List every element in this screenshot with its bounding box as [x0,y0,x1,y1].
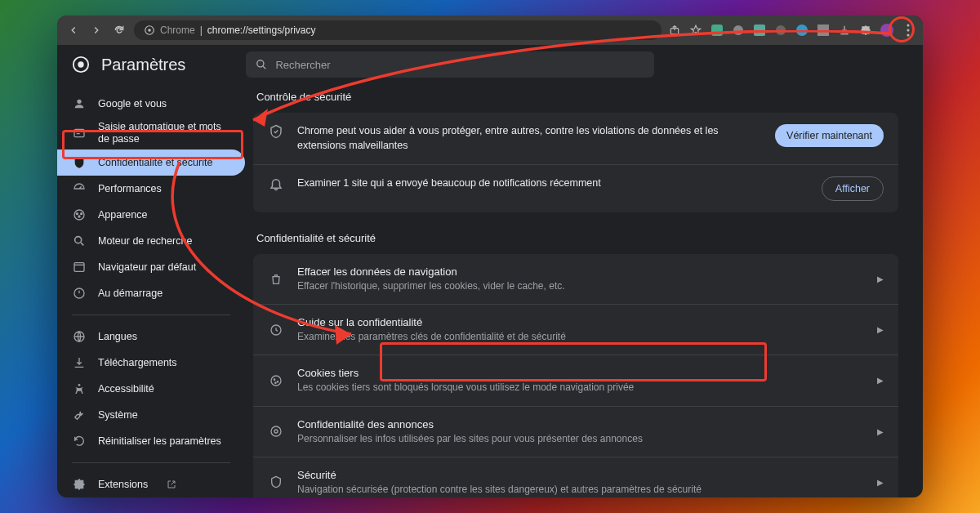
toolbar-right [668,24,915,37]
svg-point-21 [78,216,80,217]
sidebar-item-autofill[interactable]: Saisie automatique et mots de passe [57,117,245,149]
sidebar-item-label: Navigateur par défaut [98,261,196,274]
safety-check-card: Chrome peut vous aider à vous protéger, … [253,113,898,212]
reload-button[interactable] [111,22,127,38]
forward-button[interactable] [88,22,105,38]
safety-row-text: Examiner 1 site qui a envoyé beaucoup de… [297,176,808,191]
svg-point-20 [81,213,82,215]
row-security[interactable]: SécuritéNavigation sécurisée (protection… [253,457,898,497]
sidebar-item-system[interactable]: Système [57,402,245,428]
sidebar-item-reset[interactable]: Réinitialiser les paramètres [57,428,245,454]
ext4-icon[interactable] [774,24,787,37]
svg-point-19 [76,213,78,215]
svg-point-10 [907,25,910,27]
sidebar-item-label: Réinitialiser les paramètres [98,435,221,448]
sidebar-item-label: Au démarrage [98,288,163,300]
ext5-icon[interactable] [795,24,808,37]
sidebar-item-label: Apparence [98,209,147,221]
sidebar-item-label: Téléchargements [98,357,177,369]
ext6-icon[interactable] [817,24,830,37]
avatar-icon[interactable] [880,24,893,37]
sidebar-divider [72,462,230,463]
svg-rect-3 [711,25,723,36]
svg-point-33 [275,382,276,383]
sidebar-item-performance[interactable]: Performances [57,176,245,202]
row-ad-privacy[interactable]: Confidentialité des annoncesPersonnalise… [253,407,898,457]
safety-row-check: Chrome peut vous aider à vous protéger, … [253,113,898,165]
safety-row-text: Chrome peut vous aider à vous protéger, … [297,124,762,153]
sidebar-item-appearance[interactable]: Apparence [57,202,245,228]
star-icon[interactable] [689,24,702,37]
download-icon[interactable] [838,24,851,37]
ext-icon [72,478,87,491]
person-icon [72,97,87,110]
shield-check-icon [268,124,284,139]
svg-point-1 [148,29,151,32]
sidebar-item-extensions[interactable]: Extensions [57,471,245,497]
sidebar-item-a11y[interactable]: Accessibilité [57,376,245,402]
svg-point-32 [277,381,278,382]
ext2-icon[interactable] [732,24,745,37]
sidebar-item-default[interactable]: Navigateur par défaut [57,254,245,280]
sidebar-item-startup[interactable]: Au démarrage [57,280,245,306]
chevron-right-icon: ▶ [877,478,884,487]
sidebar-item-label: Moteur de recherche [98,235,192,248]
sidebar-item-label: Performances [98,183,162,195]
url-proto: Chrome [160,25,195,36]
ads-icon [268,425,284,438]
chevron-right-icon: ▶ [877,427,884,436]
svg-point-35 [274,430,278,433]
svg-rect-23 [74,263,84,272]
verify-now-button[interactable]: Vérifier maintenant [775,124,884,147]
settings-search[interactable]: Rechercher [246,51,654,78]
ext1-icon[interactable] [710,24,724,37]
power-icon [72,287,87,300]
sidebar-item-languages[interactable]: Langues [57,323,245,350]
sidebar-item-downloads[interactable]: Téléchargements [57,350,245,376]
window-icon [72,261,87,274]
sidebar-item-label: Saisie automatique et mots de passe [98,121,230,145]
more-menu-icon[interactable] [902,24,915,37]
show-button[interactable]: Afficher [822,176,884,201]
cookie-icon [268,374,284,387]
row-title: Effacer les données de navigation [297,265,864,278]
settings-sidebar: Google et vous Saisie automatique et mot… [57,84,245,497]
url-text: chrome://settings/privacy [207,25,316,36]
chevron-right-icon: ▶ [877,325,884,334]
url-bar[interactable]: Chrome | chrome://settings/privacy [134,20,662,40]
trash-icon [268,273,284,286]
row-privacy-guide[interactable]: Guide sur la confidentialitéExaminez les… [253,305,898,355]
row-cookies[interactable]: Cookies tiersLes cookies tiers sont bloq… [253,355,898,406]
share-icon[interactable] [668,24,681,37]
row-title: Sécurité [297,469,864,481]
sidebar-item-label: Extensions [98,479,148,491]
chevron-right-icon: ▶ [877,274,884,283]
row-title: Guide sur la confidentialité [297,316,864,328]
security-icon [268,475,284,488]
sidebar-item-label: Système [98,409,138,422]
sidebar-item-search[interactable]: Moteur de recherche [57,228,245,254]
row-sub: Effacer l'historique, supprimer les cook… [297,279,864,292]
svg-point-15 [257,60,264,67]
reset-icon [72,435,87,448]
sidebar-item-privacy[interactable]: Confidentialité et sécurité [57,149,245,176]
search-icon [72,234,87,248]
svg-point-14 [78,61,83,67]
bell-icon [268,176,284,191]
back-button[interactable] [65,22,82,38]
svg-rect-5 [754,25,765,36]
speed-icon [72,182,87,195]
ext3-icon[interactable] [753,24,766,37]
globe-icon [72,330,87,343]
svg-point-12 [907,34,910,37]
search-placeholder: Rechercher [275,59,330,71]
row-sub: Les cookies tiers sont bloqués lorsque v… [297,381,864,394]
sidebar-item-label: Confidentialité et sécurité [98,157,212,169]
settings-main: Contrôle de sécurité Chrome peut vous ai… [245,84,923,497]
puzzle-icon[interactable] [859,24,872,37]
sidebar-item-google[interactable]: Google et vous [57,91,245,117]
svg-point-34 [271,426,281,436]
svg-point-26 [78,384,81,386]
row-sub: Navigation sécurisée (protection contre … [297,483,864,496]
row-clear-data[interactable]: Effacer les données de navigationEffacer… [253,254,898,305]
